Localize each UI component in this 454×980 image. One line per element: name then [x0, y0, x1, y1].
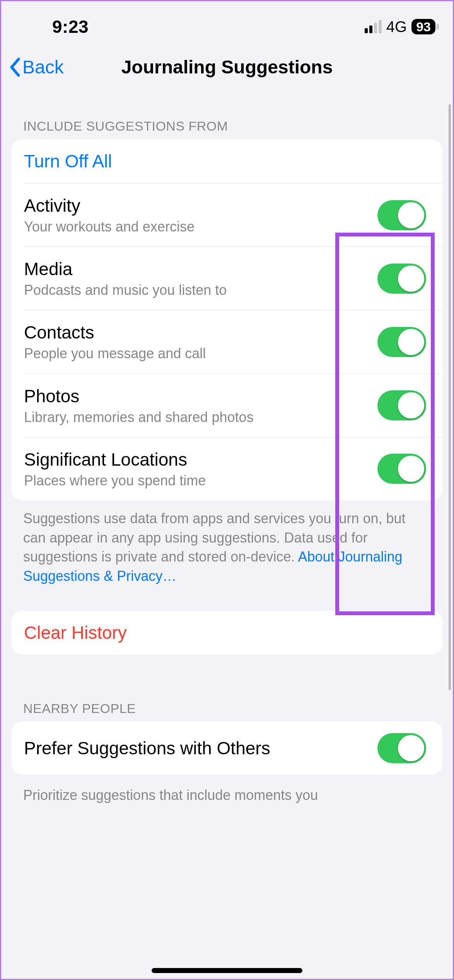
row-sub: Your workouts and exercise — [24, 218, 377, 235]
home-indicator — [152, 968, 302, 973]
section2-footer: Prioritize suggestions that include mome… — [0, 775, 454, 805]
toggle-media[interactable] — [377, 264, 426, 294]
row-sub: Library, memories and shared photos — [24, 409, 377, 425]
clear-history-label: Clear History — [24, 622, 127, 643]
cellular-signal-icon — [365, 20, 382, 33]
battery-icon: 93 — [411, 19, 435, 34]
row-prefer-others: Prefer Suggestions with Others — [12, 721, 442, 775]
section1-footer: Suggestions use data from apps and servi… — [0, 500, 454, 586]
row-sub: People you message and call — [24, 345, 377, 362]
row-contacts: Contacts People you message and call — [24, 310, 442, 373]
toggle-photos[interactable] — [377, 390, 426, 420]
nav-bar: Back Journaling Suggestions — [0, 43, 454, 92]
row-sub: Podcasts and music you listen to — [24, 282, 377, 298]
row-title: Activity — [24, 195, 377, 216]
row-media: Media Podcasts and music you listen to — [24, 247, 442, 310]
row-activity: Activity Your workouts and exercise — [24, 183, 442, 247]
clear-history-button[interactable]: Clear History — [12, 611, 442, 655]
toggle-activity[interactable] — [377, 200, 426, 230]
page-title: Journaling Suggestions — [0, 56, 454, 78]
back-label: Back — [22, 56, 64, 78]
section-header-include: Include Suggestions From — [0, 92, 454, 139]
toggle-prefer-others[interactable] — [377, 733, 426, 763]
suggestions-card: Turn Off All Activity Your workouts and … — [12, 139, 442, 500]
row-title: Media — [24, 259, 377, 279]
toggle-contacts[interactable] — [377, 327, 426, 357]
nearby-card: Prefer Suggestions with Others — [12, 721, 442, 775]
row-title: Photos — [24, 386, 377, 407]
toggle-significant-locations[interactable] — [377, 454, 426, 484]
scroll-indicator — [449, 104, 451, 690]
status-right: 4G 93 — [365, 18, 435, 36]
row-title: Contacts — [24, 322, 377, 343]
status-time: 9:23 — [52, 16, 89, 37]
row-significant-locations: Significant Locations Places where you s… — [24, 437, 442, 500]
row-title: Prefer Suggestions with Others — [24, 738, 377, 759]
row-sub: Places where you spend time — [24, 472, 377, 489]
back-button[interactable]: Back — [9, 56, 64, 78]
turn-off-all-button[interactable]: Turn Off All — [12, 139, 442, 183]
network-label: 4G — [386, 18, 407, 36]
chevron-left-icon — [9, 58, 21, 77]
clear-history-card: Clear History — [12, 611, 442, 655]
section-header-nearby: Nearby People — [0, 655, 454, 721]
row-photos: Photos Library, memories and shared phot… — [24, 374, 442, 437]
row-title: Significant Locations — [24, 449, 377, 470]
turn-off-all-label: Turn Off All — [24, 151, 112, 172]
status-bar: 9:23 4G 93 — [0, 0, 454, 43]
